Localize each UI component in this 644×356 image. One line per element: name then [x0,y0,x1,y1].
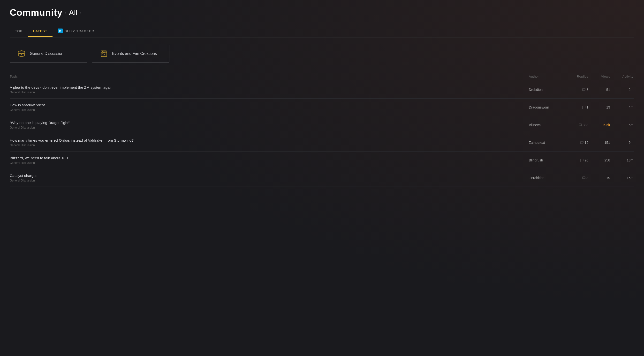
replies-cell: 1 [566,105,591,109]
category-events[interactable]: Events and Fan Creations [92,45,170,63]
topic-title: A plea to the devs - don't ever implemen… [10,85,528,90]
topic-cell: Blizzard, we need to talk about 10.1 Gen… [10,156,528,165]
table-row[interactable]: Blizzard, we need to talk about 10.1 Gen… [10,152,634,169]
topic-cell: “Why no one is playing Dragonflight” Gen… [10,121,528,129]
svg-text:B: B [59,30,62,33]
reply-icon [578,123,582,127]
replies-cell: 3 [566,88,591,92]
author-cell: Dragonsworn [528,105,566,109]
chevron-right-icon: › [65,10,66,16]
tab-blizz-tracker[interactable]: B BLIZZ TRACKER [52,25,100,37]
tab-latest[interactable]: LATEST [28,26,52,37]
topic-cell: How is shadow priest General Discussion [10,103,528,112]
svg-rect-10 [102,51,106,56]
activity-cell: 9m [612,141,634,145]
col-header-activity: Activity [612,75,634,78]
views-cell: 51 [591,88,612,92]
breadcrumb-all[interactable]: All [69,8,78,17]
table-row[interactable]: How is shadow priest General Discussion … [10,99,634,116]
reply-icon [580,159,584,162]
author-cell: Jinrohklor [528,176,566,180]
topic-category: General Discussion [10,179,528,182]
helm-icon [17,49,26,58]
topic-category: General Discussion [10,126,528,129]
col-header-topic: Topic [10,75,528,78]
replies-cell: 383 [566,123,591,127]
topic-title: How many times you entered Oribos instea… [10,138,528,143]
topics-table: Topic Author Replies Views Activity A pl… [10,72,634,187]
col-header-author: Author [528,75,566,78]
topic-title: “Why no one is playing Dragonflight” [10,121,528,125]
views-cell: 151 [591,141,612,145]
topic-category: General Discussion [10,161,528,165]
author-cell: Zampatext [528,141,566,145]
breadcrumb-community[interactable]: Community [10,7,62,18]
topic-category: General Discussion [10,108,528,112]
category-buttons: General Discussion Events and Fan Creati… [10,45,634,63]
replies-cell: 20 [566,158,591,162]
tab-bar: TOP LATEST B BLIZZ TRACKER [10,25,634,37]
views-cell: 19 [591,176,612,180]
category-general-discussion[interactable]: General Discussion [10,45,87,63]
topic-title: Catalyst charges [10,174,528,178]
badge-icon [99,49,109,58]
activity-cell: 6m [612,123,634,127]
tab-top[interactable]: TOP [10,26,28,37]
topic-cell: Catalyst charges General Discussion [10,174,528,182]
author-cell: Blindrush [528,158,566,162]
table-header: Topic Author Replies Views Activity [10,72,634,81]
author-cell: Vilineva [528,123,566,127]
replies-cell: 16 [566,141,591,145]
views-cell: 19 [591,105,612,109]
topic-cell: A plea to the devs - don't ever implemen… [10,85,528,94]
activity-cell: 13m [612,158,634,162]
table-row[interactable]: How many times you entered Oribos instea… [10,134,634,152]
views-cell: 5.2k [591,123,612,127]
activity-cell: 4m [612,105,634,109]
topic-category: General Discussion [10,144,528,147]
category-general-label: General Discussion [30,51,64,56]
blizz-icon: B [58,28,63,33]
topic-category: General Discussion [10,91,528,94]
table-row[interactable]: Catalyst charges General Discussion Jinr… [10,169,634,187]
topic-title: How is shadow priest [10,103,528,107]
table-row[interactable]: “Why no one is playing Dragonflight” Gen… [10,116,634,134]
col-header-views: Views [591,75,612,78]
reply-icon [580,141,584,144]
activity-cell: 16m [612,176,634,180]
table-row[interactable]: A plea to the devs - don't ever implemen… [10,81,634,99]
activity-cell: 2m [612,88,634,92]
chevron-right-icon-2: › [80,10,81,16]
reply-icon [582,88,586,91]
table-body: A plea to the devs - don't ever implemen… [10,81,634,187]
col-header-replies: Replies [566,75,591,78]
category-events-label: Events and Fan Creations [112,51,157,56]
views-cell: 258 [591,158,612,162]
topic-title: Blizzard, we need to talk about 10.1 [10,156,528,160]
svg-point-11 [102,52,105,55]
breadcrumb: Community › All › [10,7,634,18]
topic-cell: How many times you entered Oribos instea… [10,138,528,147]
reply-icon [582,176,586,179]
author-cell: Drobdien [528,88,566,92]
replies-cell: 3 [566,176,591,180]
reply-icon [582,106,586,109]
